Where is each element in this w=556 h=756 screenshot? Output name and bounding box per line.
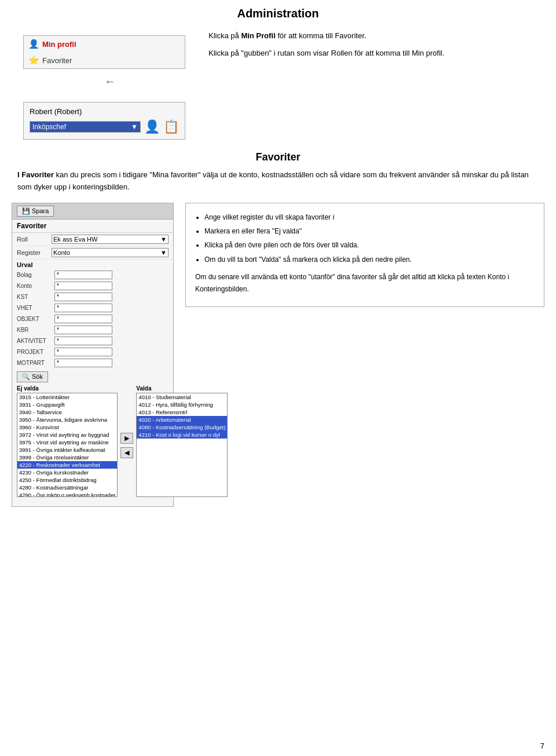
dropdown-arrow-icon: ▼ <box>131 123 138 131</box>
valda-column: Valda 4010 - Studiematerial 4012 - Hyra,… <box>136 385 228 497</box>
urval-kst: KST <box>12 291 173 302</box>
nav-panel-area: 👤 Min profil ⭐ Favoriter ← <box>12 30 197 90</box>
list-item[interactable]: 4290 - Övr inköp o verksamh kostnader <box>17 491 117 497</box>
list-item[interactable]: 4010 - Studiematerial <box>137 393 227 401</box>
urval-konto-label: Konto <box>17 283 54 289</box>
list-arrows: ▶ ◀ <box>118 395 136 497</box>
form-toolbar: 💾 Spara <box>12 203 173 220</box>
form-arrow-connector <box>12 502 173 506</box>
list-item[interactable]: 3931 - Gruppavgift <box>17 401 117 408</box>
profile-role-value: Inköpschef <box>32 123 66 131</box>
urval-kst-input[interactable] <box>54 293 112 301</box>
main-content: 💾 Spara Favoriter Roll Ek ass Eva HW ▼ R… <box>12 203 544 507</box>
info-extra-text: Om du senare vill använda ett konto "uta… <box>195 271 535 295</box>
search-button[interactable]: 🔍 Sök <box>17 371 48 382</box>
move-left-button[interactable]: ◀ <box>120 447 133 458</box>
profile-role-row: Inköpschef ▼ 👤 📋 <box>30 119 179 134</box>
page-number: 7 <box>540 742 544 750</box>
urval-bolag-input[interactable] <box>54 271 112 279</box>
nav-item-favoriter-label: Favoriter <box>42 56 72 65</box>
ej-valda-column: Ej valda 3915 - Lotteriintäkter 3931 - G… <box>17 385 118 497</box>
list-item[interactable]: 4210 - Kost o logi vid kurser o dyl <box>137 431 227 439</box>
urval-projekt: PROJEKT <box>12 346 173 357</box>
save-label: Spara <box>32 207 49 214</box>
instruction-line2: Klicka på "gubben" i rutan som visar Rol… <box>209 47 533 60</box>
info-bullet-3: Klicka på den övre pilen och de förs öve… <box>204 239 535 251</box>
urval-label: Urval <box>12 260 173 269</box>
list-item[interactable]: 3950 - Återvunna, tidigare avskrivna <box>17 416 117 423</box>
save-button[interactable]: 💾 Spara <box>17 206 54 217</box>
valda-header: Valda <box>136 385 228 392</box>
list-item[interactable]: 4013 - Referensmtrl <box>137 408 227 416</box>
valda-list[interactable]: 4010 - Studiematerial 4012 - Hyra, tillf… <box>136 393 228 497</box>
urval-kst-label: KST <box>17 294 54 300</box>
lists-area: Ej valda 3915 - Lotteriintäkter 3931 - G… <box>12 385 173 502</box>
list-item[interactable]: 4012 - Hyra, tillfällig förhyrning <box>137 401 227 408</box>
list-item[interactable]: 4230 - Övriga kurskostnader <box>17 469 117 476</box>
search-icon: 🔍 <box>22 373 30 381</box>
urval-vhet-input[interactable] <box>54 304 112 312</box>
urval-kbr: KBR <box>12 324 173 335</box>
info-bullets: Ange vilket register du vill skapa favor… <box>195 211 535 266</box>
roll-select[interactable]: Ek ass Eva HW ▼ <box>52 235 169 244</box>
book-icon[interactable]: 📋 <box>163 119 179 134</box>
urval-aktivitet-input[interactable] <box>54 337 112 345</box>
urval-aktivitet: AKTIVITET <box>12 335 173 346</box>
urval-objekt: OBJEKT <box>12 313 173 324</box>
list-item[interactable]: 3960 - Kursvinst <box>17 423 117 431</box>
urval-projekt-label: PROJEKT <box>17 349 54 355</box>
urval-objekt-label: OBJEKT <box>17 316 54 322</box>
save-icon: 💾 <box>22 207 30 215</box>
list-item[interactable]: 3999 - Övriga rörelseintäkter <box>17 454 117 461</box>
list-item[interactable]: 4280 - Kostnadsersättningar <box>17 484 117 491</box>
roll-value: Ek ass Eva HW <box>53 236 97 243</box>
nav-item-min-profil[interactable]: 👤 Min profil <box>24 36 185 52</box>
info-box: Ange vilket register du vill skapa favor… <box>185 203 544 307</box>
description-bold: I Favoriter <box>17 170 54 179</box>
person-icon: 👤 <box>28 39 39 49</box>
list-item[interactable]: 3991 - Övriga intäkter kaffeautomat <box>17 446 117 454</box>
search-label: Sök <box>32 373 43 380</box>
list-item[interactable]: 3915 - Lotteriintäkter <box>17 393 117 401</box>
roll-row: Roll Ek ass Eva HW ▼ <box>12 233 173 246</box>
user-icon[interactable]: 👤 <box>144 119 160 134</box>
nav-item-favoriter[interactable]: ⭐ Favoriter <box>24 52 185 68</box>
profile-area: Robert (Robert) Inköpschef ▼ 👤 📋 <box>12 102 544 140</box>
profile-role-select[interactable]: Inköpschef ▼ <box>30 121 141 133</box>
move-right-button[interactable]: ▶ <box>120 433 133 444</box>
register-value: Konto <box>53 249 70 256</box>
instruction-line1: Klicka på Min Profil för att komma till … <box>209 30 533 42</box>
arrow-connector: ← <box>104 75 197 88</box>
instructions-block: Klicka på Min Profil för att komma till … <box>197 30 544 64</box>
register-select[interactable]: Konto ▼ <box>52 248 169 257</box>
ej-valda-list[interactable]: 3915 - Lotteriintäkter 3931 - Gruppavgif… <box>17 393 118 497</box>
list-item[interactable]: 3940 - Tallservice <box>17 408 117 416</box>
list-item[interactable]: 4220 - Reskostnader verksamhet <box>17 461 117 469</box>
list-item[interactable]: 3972 - Vinst vid avyttring av byggnad <box>17 431 117 439</box>
right-arrow-icon: ← <box>104 75 116 88</box>
urval-bolag: Bolag <box>12 269 173 280</box>
urval-kbr-input[interactable] <box>54 326 112 334</box>
nav-item-min-profil-label: Min profil <box>42 40 76 49</box>
urval-vhet: VHET <box>12 302 173 313</box>
profile-panel: Robert (Robert) Inköpschef ▼ 👤 📋 <box>23 102 185 140</box>
info-bullet-2: Markera en eller flera "Ej valda" <box>204 225 535 237</box>
urval-bolag-label: Bolag <box>17 272 54 278</box>
urval-motpart-input[interactable] <box>54 359 112 367</box>
list-item[interactable]: 4020 - Arbetsmaterial <box>137 416 227 423</box>
urval-projekt-input[interactable] <box>54 348 112 356</box>
urval-konto-input[interactable] <box>54 282 112 290</box>
list-item[interactable]: 4080 - Kostnadsersättning (Budget) <box>137 423 227 431</box>
urval-objekt-input[interactable] <box>54 315 112 323</box>
ej-valda-header: Ej valda <box>17 385 118 392</box>
register-dropdown-icon: ▼ <box>160 249 167 256</box>
roll-dropdown-icon: ▼ <box>160 236 167 243</box>
top-section: 👤 Min profil ⭐ Favoriter ← Klicka på Min… <box>12 30 544 90</box>
list-item[interactable]: 3975 - Vinst vid avyttring av maskine <box>17 439 117 446</box>
info-bullet-4: Om du vill ta bort "Valda" så markera oc… <box>204 254 535 265</box>
list-item[interactable]: 4250 - Förmedlat distriktsbidrag <box>17 476 117 484</box>
register-row: Register Konto ▼ <box>12 246 173 260</box>
urval-aktivitet-label: AKTIVITET <box>17 338 54 344</box>
form-panel: 💾 Spara Favoriter Roll Ek ass Eva HW ▼ R… <box>12 203 174 507</box>
urval-vhet-label: VHET <box>17 305 54 311</box>
